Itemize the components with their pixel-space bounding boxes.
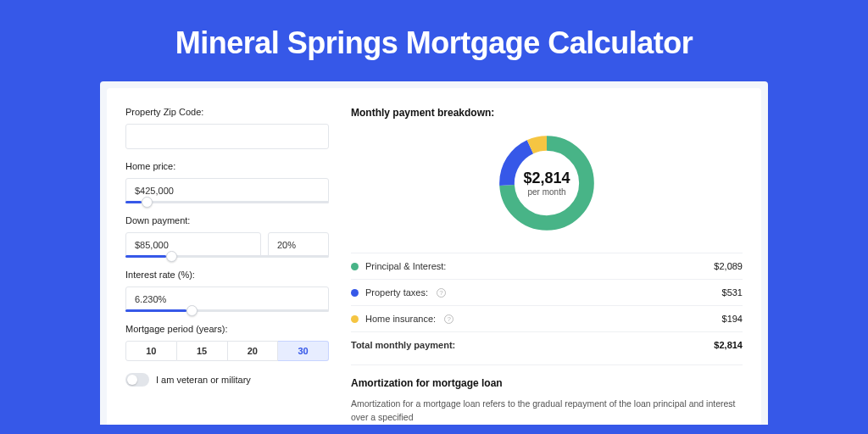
info-icon[interactable]: ? [444, 314, 453, 324]
period-30-button[interactable]: 30 [278, 341, 329, 361]
legend-label: Property taxes: [365, 287, 428, 298]
donut-chart-wrap: $2,814 per month [351, 131, 743, 236]
down-payment-input[interactable] [125, 232, 261, 258]
toggle-knob [127, 375, 137, 385]
period-field: Mortgage period (years): 10 15 20 30 [125, 324, 329, 361]
legend-label: Principal & Interest: [365, 261, 446, 271]
donut-chart: $2,814 per month [494, 131, 599, 236]
veteran-label: I am veteran or military [156, 375, 251, 385]
zip-label: Property Zip Code: [125, 107, 329, 117]
breakdown-column: Monthly payment breakdown: $2,814 per mo… [351, 107, 743, 425]
period-20-button[interactable]: 20 [228, 341, 279, 361]
period-buttons: 10 15 20 30 [125, 341, 329, 361]
slider-thumb[interactable] [186, 305, 198, 316]
amortization-title: Amortization for mortgage loan [351, 377, 743, 389]
interest-rate-field: Interest rate (%): [125, 270, 329, 312]
legend-row-pi: Principal & Interest: $2,089 [351, 253, 743, 279]
legend-value: $194 [722, 314, 743, 324]
down-payment-label: Down payment: [125, 215, 329, 225]
down-payment-field: Down payment: [125, 215, 329, 258]
info-icon[interactable]: ? [437, 288, 446, 298]
down-payment-slider[interactable] [125, 255, 329, 258]
calculator-card: Property Zip Code: Home price: Down paym… [107, 88, 761, 425]
period-10-button[interactable]: 10 [125, 341, 177, 361]
breakdown-title: Monthly payment breakdown: [351, 107, 743, 119]
legend-row-ins: Home insurance: ? $194 [351, 305, 743, 331]
donut-sub: per month [527, 187, 565, 197]
legend-dot-yellow [351, 315, 359, 323]
inputs-column: Property Zip Code: Home price: Down paym… [125, 107, 329, 425]
interest-rate-input[interactable] [125, 287, 329, 312]
home-price-label: Home price: [125, 161, 329, 171]
down-payment-pct-input[interactable] [268, 232, 329, 258]
slider-thumb[interactable] [142, 197, 153, 208]
legend-row-tax: Property taxes: ? $531 [351, 279, 743, 305]
interest-rate-slider[interactable] [125, 309, 329, 312]
interest-rate-label: Interest rate (%): [125, 270, 329, 280]
zip-input[interactable] [125, 124, 329, 149]
period-15-button[interactable]: 15 [177, 341, 228, 361]
veteran-row: I am veteran or military [125, 373, 329, 387]
legend-value: $531 [722, 287, 743, 298]
home-price-input[interactable] [125, 178, 329, 203]
amortization-text: Amortization for a mortgage loan refers … [351, 398, 743, 425]
veteran-toggle[interactable] [125, 373, 149, 387]
legend-dot-green [351, 263, 359, 270]
slider-thumb[interactable] [166, 251, 177, 262]
total-value: $2,814 [714, 340, 743, 350]
zip-field: Property Zip Code: [125, 107, 329, 149]
page-title: Mineral Springs Mortgage Calculator [0, 0, 868, 81]
amortization-section: Amortization for mortgage loan Amortizat… [351, 364, 743, 425]
donut-center: $2,814 per month [494, 131, 599, 236]
home-price-field: Home price: [125, 161, 329, 203]
legend-row-total: Total monthly payment: $2,814 [351, 331, 743, 358]
home-price-slider[interactable] [125, 201, 329, 203]
period-label: Mortgage period (years): [125, 324, 329, 334]
legend-dot-blue [351, 289, 359, 297]
total-label: Total monthly payment: [351, 340, 455, 350]
legend-value: $2,089 [714, 261, 743, 271]
calculator-outer: Property Zip Code: Home price: Down paym… [100, 81, 768, 425]
legend-label: Home insurance: [365, 314, 436, 324]
donut-amount: $2,814 [523, 170, 570, 187]
